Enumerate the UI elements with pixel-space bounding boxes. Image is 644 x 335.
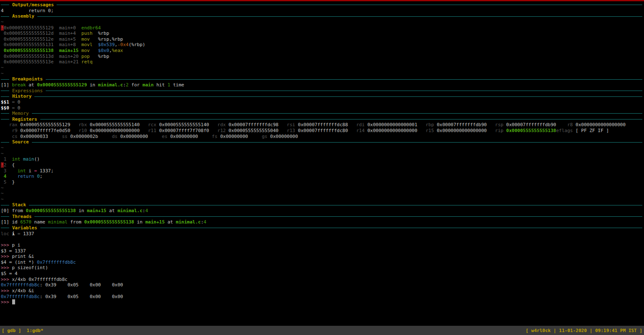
register-name: r9 xyxy=(1,128,18,134)
breakpoint-marker-icon: ! xyxy=(1,162,4,168)
source-line: !2 { xyxy=(0,162,644,168)
console-input[interactable]: >>> xyxy=(0,299,644,305)
divider-line xyxy=(1,79,9,80)
tmux-session-window-list[interactable]: [ gdb ] 1:gdb* xyxy=(2,328,43,333)
divider-line xyxy=(1,205,9,205)
terminal-screen: Output/messages4 return 0;Assembly~!0x00… xyxy=(0,1,644,326)
section-title-stack: Stack xyxy=(9,202,29,208)
register-value: 0x00007ffff7fe0d50 xyxy=(20,128,70,133)
divider-line xyxy=(40,119,642,119)
register-name: r15 xyxy=(417,128,434,134)
tmux-user-date-clock: [ w4rl0ck | 11-01-2020 | 09:19:41 PM IST… xyxy=(526,328,642,333)
divider-line xyxy=(32,113,642,114)
source-line: 4 return 0; xyxy=(0,174,644,179)
breakpoints-entry: [1] break at 0x0000555555555129 in minim… xyxy=(0,82,644,88)
source-line: 5 } xyxy=(0,179,644,185)
register-name: r10 xyxy=(70,128,87,134)
section-header-threads: Threads xyxy=(0,214,644,220)
register-cell-rdx: rdx0x00007fffffffdc98 xyxy=(209,122,279,128)
register-name: rdi xyxy=(348,122,365,128)
register-cell-ss: ss0x0000002b xyxy=(51,134,101,140)
register-name: rbp xyxy=(417,122,434,128)
divider-line xyxy=(1,113,9,114)
register-value: 0x00000000 xyxy=(120,134,148,139)
register-value: 0x0000000000000000 xyxy=(367,128,417,133)
section-title-expressions: Expressions xyxy=(9,88,46,94)
history-entry: $$0 = 0 xyxy=(0,105,644,111)
register-value: 0x00007ffff7f708f0 xyxy=(159,128,209,133)
section-title-breakpoints: Breakpoints xyxy=(9,76,46,82)
section-header-stack: Stack xyxy=(0,202,644,208)
register-value: 0x0000000000000000 xyxy=(437,128,487,133)
source-line: 1 int main() xyxy=(0,156,644,162)
register-cell-gs: gs0x00000000 xyxy=(251,134,301,140)
section-title-assembly: Assembly xyxy=(9,13,37,19)
register-cell-r12: r120x0000555555555040 xyxy=(209,128,279,134)
divider-line xyxy=(46,91,642,91)
divider-line xyxy=(1,16,9,17)
register-cell-r13: r130x00007fffffffdc80 xyxy=(278,128,348,134)
section-header-variables: Variables xyxy=(0,225,644,231)
console-output: $4 = (int *) 0x7fffffffdb8c xyxy=(0,260,644,265)
register-cell-rsp: rsp0x00007fffffffdb90 xyxy=(487,122,556,128)
section-title-variables: Variables xyxy=(9,225,40,231)
register-value: 0x0000555555555129 xyxy=(20,122,70,127)
register-name: rsp xyxy=(487,122,504,128)
register-name: gs xyxy=(251,134,267,140)
register-cell-cs: cs0x00000033 xyxy=(1,134,51,140)
source-line: 3 int i = 1337; xyxy=(0,168,644,174)
register-cell-r10: r100x0000000000000000 xyxy=(70,128,140,134)
filler-line: ~ xyxy=(0,145,644,151)
register-name: rcx xyxy=(140,122,156,128)
filler-line: ~ xyxy=(0,185,644,191)
asm-instruction: 0x000055555555513e main+21 retq xyxy=(0,59,644,65)
variables-entry: loc i = 1337 xyxy=(0,231,644,237)
filler-line: ~ xyxy=(0,151,644,157)
tmux-status-bar: [ gdb ] 1:gdb* [ w4rl0ck | 11-01-2020 | … xyxy=(0,326,644,335)
register-cell-rax: rax0x0000555555555129 xyxy=(1,122,70,128)
divider-line xyxy=(1,228,9,228)
asm-instruction: 0x000055555555513d main+20 pop %rbp xyxy=(0,54,644,60)
breakpoint-marker-icon: ! xyxy=(1,25,4,31)
register-name: rax xyxy=(1,122,18,128)
register-name: fs xyxy=(201,134,218,140)
console-command: >>> x/4xb 0x7fffffffdb8c xyxy=(0,277,644,283)
console-command: >>> x/4xb &i xyxy=(0,288,644,294)
divider-line xyxy=(1,142,9,143)
register-name: eflags xyxy=(556,128,573,134)
register-name: r13 xyxy=(278,128,295,134)
register-cell-es: es0x00000000 xyxy=(151,134,201,140)
console-command: >>> p sizeof(int) xyxy=(0,265,644,271)
register-value: 0x00000000 xyxy=(270,134,298,139)
asm-instruction: 0x000055555555512e main+5 mov %rsp,%rbp xyxy=(0,36,644,42)
console-output: $3 = 1337 xyxy=(0,248,644,254)
console-command: >>> print &i xyxy=(0,254,644,260)
register-value: 0x0000000000000000 xyxy=(576,122,626,127)
section-title-history: History xyxy=(9,93,34,99)
filler-line: ~ xyxy=(0,19,644,25)
register-name: r12 xyxy=(209,128,226,134)
filler-line: ~ xyxy=(0,191,644,197)
section-header-memory: Memory xyxy=(0,111,644,117)
filler-line: ~ xyxy=(0,65,644,71)
register-cell-r15: r150x0000000000000000 xyxy=(417,128,487,134)
register-name: rbx xyxy=(70,122,87,128)
register-name: es xyxy=(151,134,168,140)
registers-row: r90x00007ffff7fe0d50r100x000000000000000… xyxy=(0,128,644,134)
console-command: >>> p i xyxy=(0,242,644,248)
section-header-assembly: Assembly xyxy=(0,13,644,19)
section-header-registers: Registers xyxy=(0,117,644,122)
register-cell-rdi: rdi0x0000000000000001 xyxy=(348,122,418,128)
register-cell-rip: rip0x0000555555555138 xyxy=(487,128,556,134)
text-cursor xyxy=(12,299,15,304)
register-value: 0x0000000000000000 xyxy=(90,128,140,133)
register-value: 0x00007fffffffdc88 xyxy=(298,122,348,127)
divider-line xyxy=(34,216,642,217)
divider-line xyxy=(37,16,642,17)
divider-line xyxy=(46,79,642,80)
output-entry: 4 return 0; xyxy=(0,8,644,14)
register-value: 0x00007fffffffdc98 xyxy=(229,122,278,127)
asm-instruction: 0x0000555555555131 main+8 movl $0x539,-0… xyxy=(0,42,644,48)
register-value: [ PF ZF IF ] xyxy=(576,128,609,133)
register-value: 0x0000555555555140 xyxy=(90,122,140,127)
